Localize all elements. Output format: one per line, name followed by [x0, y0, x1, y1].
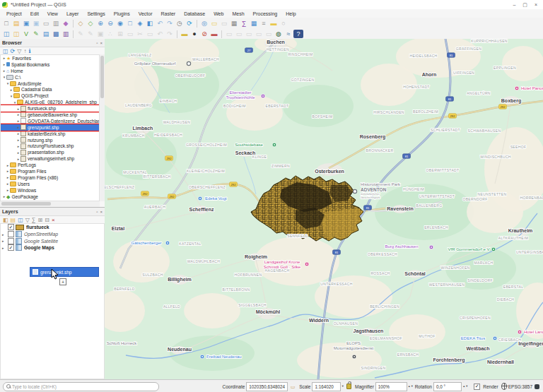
close-button[interactable]: ×: [535, 2, 537, 8]
rotation-spin-icons[interactable]: ▲▼: [462, 385, 468, 388]
browser-item-nutzung-shp[interactable]: ▸nutzung.shp: [1, 137, 99, 143]
add-vector-layer-icon[interactable]: ◫: [11, 30, 21, 38]
help-icon[interactable]: ?: [293, 30, 303, 38]
undock-panel-icon[interactable]: ▫: [96, 210, 98, 214]
browser-item-perflogs[interactable]: ▸PerfLogs: [1, 162, 99, 168]
dragged-layer-chip[interactable]: grenzpunkt.shp: [30, 267, 99, 277]
add-mesh-layer-icon[interactable]: ✎: [31, 30, 41, 38]
menu-mesh[interactable]: Mesh: [228, 11, 248, 16]
close-panel-icon[interactable]: ×: [100, 210, 103, 214]
browser-item-praesentation-shp[interactable]: ▸praesentation.shp: [1, 149, 99, 155]
browser-item-nutzungflurstueck-shp[interactable]: ▸nutzungFlurstueck.shp: [1, 143, 99, 149]
browser-item-favorites[interactable]: ▸★Favorites: [1, 55, 99, 61]
layer-visibility-checkbox[interactable]: [8, 231, 14, 237]
browser-item-verwaltungseinheit-shp[interactable]: ▸verwaltungseinheit.shp: [1, 155, 99, 162]
browser-item-flurstueck-shp[interactable]: ▸flurstueck.shp: [1, 105, 99, 112]
menu-project[interactable]: Project: [2, 11, 26, 16]
browser-item-katasterbezirk-shp[interactable]: ▸katasterBezirk.shp: [1, 131, 99, 137]
remove-layer-icon[interactable]: ×: [52, 218, 55, 223]
magnifier-spin-icons[interactable]: ▲▼: [408, 385, 414, 388]
field-calculator-icon[interactable]: ∑: [239, 19, 249, 28]
browser-item-users[interactable]: ▸Users: [1, 181, 99, 187]
magnifier-spinbox[interactable]: 100%: [375, 382, 407, 391]
crs-globe-icon[interactable]: [501, 383, 507, 390]
menu-edit[interactable]: Edit: [26, 11, 43, 16]
layer-visibility-checkbox[interactable]: ✓: [8, 244, 14, 251]
undock-panel-icon[interactable]: ▫: [96, 41, 98, 45]
refresh-icon[interactable]: ⟳: [11, 49, 16, 54]
zoom-out-icon[interactable]: ⊖: [105, 19, 115, 28]
browser-item-grenzpunkt-shp[interactable]: ▸grenzpunkt.shp: [1, 124, 99, 131]
menu-database[interactable]: Database: [180, 11, 209, 16]
layer-item-google-satellite[interactable]: ▸Google Satellite: [1, 237, 104, 244]
deselect-features-icon[interactable]: ▭: [219, 19, 229, 28]
pan-map-icon[interactable]: ◇: [76, 19, 86, 28]
browser-item-home[interactable]: ▸⌂Home: [1, 68, 99, 74]
select-features-icon[interactable]: ▭: [209, 19, 219, 28]
new-geopackage-icon[interactable]: ▬: [209, 30, 219, 38]
zoom-to-selection-icon[interactable]: ◈: [135, 19, 145, 28]
coordinate-field[interactable]: 1020350,6348024: [246, 382, 288, 391]
browser-item-spatial-bookmarks[interactable]: ▸Spatial Bookmarks: [1, 61, 99, 68]
style-manager-icon[interactable]: ◆: [61, 19, 71, 28]
layer-visibility-checkbox[interactable]: [8, 238, 14, 244]
filter-browser-icon[interactable]: ▽: [17, 49, 21, 54]
save-project-icon[interactable]: ▣: [21, 19, 31, 28]
minimize-button[interactable]: –: [513, 2, 515, 8]
browser-item-qgis-project[interactable]: ▾QGIS-Project: [1, 93, 99, 99]
menu-help[interactable]: Help: [281, 11, 300, 16]
zoom-native-icon[interactable]: ◉: [115, 19, 125, 28]
temporal-controller-icon[interactable]: ◷: [175, 19, 185, 28]
rotation-spinbox[interactable]: 0,0 °: [433, 382, 462, 391]
layer-item-google-maps[interactable]: ▸✓Google Maps: [1, 244, 104, 251]
browser-item-geopackage[interactable]: ▸◆GeoPackage: [1, 194, 99, 200]
grass-tools-icon[interactable]: ◍: [274, 30, 284, 38]
messages-icon[interactable]: [535, 384, 539, 389]
map-tips-toggle-icon[interactable]: ●: [189, 30, 199, 38]
add-delimited-text-icon[interactable]: ▤: [41, 30, 51, 38]
browser-item-gebaeudebauwerke-shp[interactable]: ▸gebaeudeBauwerke.shp: [1, 112, 99, 118]
locator-search-input[interactable]: Type to locate (Ctrl+K): [3, 382, 159, 391]
browser-item-govdata-datenlizenz-deutschland[interactable]: ▸GOVDATA-Datenlizenz_Deutschland: [1, 118, 99, 124]
browser-item-cadastral-data[interactable]: ▸Cadastral Data: [1, 86, 99, 93]
expand-all-icon[interactable]: ⊞: [38, 218, 43, 223]
add-selected-layers-icon[interactable]: ◫: [3, 49, 8, 54]
add-wms-layer-icon[interactable]: ▥: [61, 30, 71, 38]
scale-dropdown-icon[interactable]: ▼: [341, 385, 344, 388]
menu-view[interactable]: View: [43, 11, 62, 16]
add-raster-layer-icon[interactable]: V: [21, 30, 31, 38]
refresh-map-icon[interactable]: ⟳: [185, 19, 194, 28]
expand-arrow-icon[interactable]: ▸: [2, 246, 6, 250]
new-project-icon[interactable]: □: [1, 19, 11, 28]
menu-processing[interactable]: Processing: [249, 11, 282, 16]
filter-expression-icon[interactable]: ∑: [32, 218, 36, 223]
zoom-last-icon[interactable]: ↶: [155, 19, 165, 28]
annotations-icon[interactable]: ○: [279, 19, 288, 28]
new-print-layout-icon[interactable]: ▭: [41, 19, 51, 28]
save-project-as-icon[interactable]: ▣: [31, 19, 41, 28]
layer-visibility-checkbox[interactable]: ✓: [8, 224, 14, 230]
crs-status[interactable]: EPSG:3857: [508, 384, 532, 389]
python-console-icon[interactable]: ≈: [284, 30, 293, 38]
pan-to-selection-icon[interactable]: ◇: [86, 19, 95, 28]
open-attribute-table-icon[interactable]: ▦: [229, 19, 239, 28]
browser-item-program-files-x86-[interactable]: ▸Program Files (x86): [1, 174, 99, 181]
browser-item-alkis-oe-082760-adelsheim-shp[interactable]: ▾ALKIS-oE_082760_Adelsheim_shp: [1, 99, 99, 105]
map-canvas[interactable]: 278181818181292292292292292292LANGENELZW…: [105, 39, 543, 379]
zoom-full-icon[interactable]: □: [125, 19, 135, 28]
expand-arrow-icon[interactable]: ▸: [2, 239, 6, 243]
browser-horizontal-scrollbar[interactable]: [0, 201, 100, 207]
statistical-summary-icon[interactable]: ▦: [249, 19, 259, 28]
browser-item-ardusimple[interactable]: ▾ArduSimple: [1, 81, 99, 87]
extent-toggle-icon[interactable]: ▭: [288, 382, 298, 391]
new-shapefile-icon[interactable]: ⊘: [199, 30, 209, 38]
browser-item-c-[interactable]: ▾C:\: [1, 74, 99, 81]
data-source-manager-icon[interactable]: ◫: [1, 30, 11, 38]
filter-legend-icon[interactable]: ▽: [25, 218, 30, 223]
layer-styling-icon[interactable]: ◧: [3, 218, 8, 223]
add-postgis-layer-icon[interactable]: ▩: [51, 30, 61, 38]
zoom-next-icon[interactable]: ↷: [165, 19, 175, 28]
identify-features-icon[interactable]: ◎: [199, 19, 209, 28]
lock-scale-icon[interactable]: [346, 384, 351, 389]
layout-manager-icon[interactable]: ▥: [51, 19, 61, 28]
